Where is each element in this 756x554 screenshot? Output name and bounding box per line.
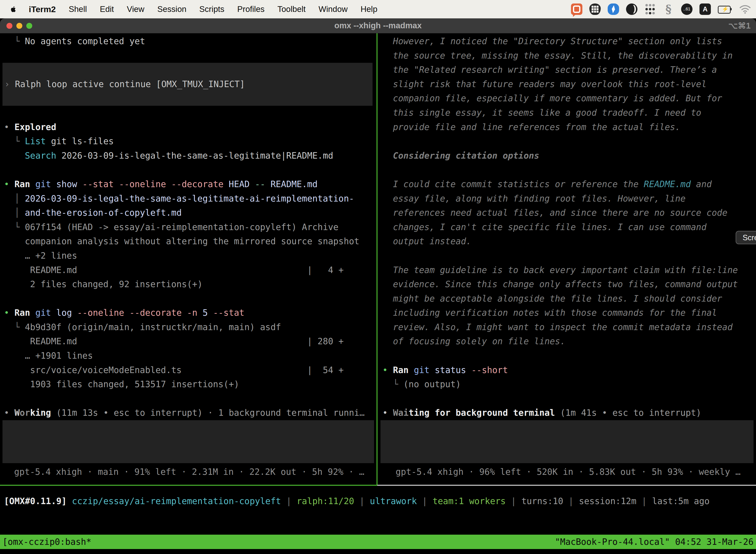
terminal-line: However, I noticed the "Directory Struct… [382, 34, 756, 49]
terminal-line: companion file, especially if more comme… [382, 91, 756, 106]
notice-panel: › Ralph loop active continue [OMX_TMUX_I… [2, 63, 373, 106]
terminal-line: • Working (11m 13s • esc to interrupt) ·… [4, 406, 377, 420]
terminal-line: … +1901 lines [4, 349, 377, 363]
terminal-line: README.md | 4 + [4, 263, 377, 277]
left-terminal-pane[interactable]: └ No agents completed yet › Ralph loop a… [0, 33, 377, 485]
menu-status-icons: § ..61 A ⚡ [571, 3, 756, 15]
terminal-blank-line [382, 163, 756, 177]
right-model-status: gpt-5.4 xhigh · 96% left · 520K in · 5.8… [396, 465, 741, 479]
terminal-blank-line [4, 49, 377, 63]
menu-item-view[interactable]: View [127, 4, 144, 14]
terminal-line: └ List git ls-files [4, 134, 377, 149]
lightning-app-icon[interactable] [608, 3, 619, 15]
wifi-icon[interactable] [739, 5, 751, 14]
window-title-bar: omx --xhigh --madmax ⌥⌘1 [0, 18, 756, 33]
terminal-line: The team guideline is to back every impo… [382, 263, 756, 277]
terminal-line: • Explored [4, 120, 377, 134]
omx-status-bar: [OMX#0.11.9] cczip/essay/ai-reimplementa… [4, 494, 710, 508]
terminal-line: provide file and line references from th… [382, 120, 756, 134]
terminal-line: might be acceptable alongside the file l… [382, 292, 756, 306]
menu-item-scripts[interactable]: Scripts [199, 4, 225, 14]
terminal-line: … +2 lines [4, 249, 377, 263]
terminal-blank-line [382, 134, 756, 149]
terminal-line: README.md | 280 + [4, 334, 377, 349]
terminal-line: the "Related research writing" section i… [382, 63, 756, 77]
terminal-blank-line [382, 392, 756, 406]
terminal-line: references need actual files, and since … [382, 206, 756, 220]
left-model-status: gpt-5.4 xhigh · main · 91% left · 2.31M … [14, 465, 364, 479]
terminal-line: including verification notes with those … [382, 306, 756, 320]
horizontal-divider-right [377, 485, 756, 486]
terminal-line: └ (no output) [382, 377, 756, 392]
crescent-icon[interactable] [626, 3, 637, 15]
terminal-line: • Ran git show --stat --oneline --decora… [4, 177, 377, 191]
terminal-line: I could cite commit statistics or refere… [382, 177, 756, 191]
menu-item-session[interactable]: Session [157, 4, 186, 14]
menu-items: ShellEditViewSessionScriptsProfilesToolb… [69, 4, 378, 14]
right-prompt-box[interactable]: › Improve documentation in @filename [380, 420, 754, 463]
terminal-line: 1903 files changed, 513517 insertions(+) [4, 377, 377, 392]
terminal-line: src/voice/voiceModeEnabled.ts | 54 + [4, 363, 377, 378]
terminal-line: │ 2026-03-09-is-legal-the-same-as-legiti… [4, 191, 377, 206]
menu-item-edit[interactable]: Edit [100, 4, 114, 14]
window-shortcut-badge: ⌥⌘1 [729, 21, 751, 31]
tmux-host-clock: "MacBook-Pro-44.local" 04:52 31-Mar-26 [555, 535, 754, 549]
terminal-line: slight risk that future readers may over… [382, 77, 756, 92]
screen-overlay-tooltip: Scre [736, 231, 756, 244]
terminal-line: │ and-the-erosion-of-copyleft.md [4, 206, 377, 220]
menu-app-name[interactable]: iTerm2 [29, 4, 56, 14]
terminal-line: of focusing solely on file lines. [382, 334, 756, 349]
terminal-line: • Ran git status --short [382, 363, 756, 378]
terminal-line: output instead. [382, 234, 756, 249]
terminal-line: companion analysis without altering the … [4, 234, 377, 249]
horizontal-divider-left [0, 485, 377, 486]
terminal-line: 2 files changed, 92 insertions(+) [4, 277, 377, 292]
shield-grid-icon[interactable] [589, 3, 601, 15]
terminal-line: evidence. Since this change only affects… [382, 277, 756, 292]
window-title: omx --xhigh --madmax [0, 21, 756, 30]
terminal-blank-line [4, 106, 377, 120]
terminal-line: Considering citation options [382, 149, 756, 163]
terminal-blank-line [382, 349, 756, 363]
terminal-blank-line [4, 163, 377, 177]
apple-menu-icon[interactable] [9, 4, 18, 14]
battery-icon[interactable]: ⚡ [718, 6, 732, 13]
left-prompt-box[interactable]: › Improve documentation in @filename [2, 420, 374, 463]
menu-item-window[interactable]: Window [318, 4, 348, 14]
terminal-blank-line [4, 292, 377, 306]
dots-grid-icon[interactable] [644, 3, 656, 15]
squiggle-icon[interactable]: § [663, 3, 674, 15]
terminal-line: changes, I can't cite specific file line… [382, 220, 756, 234]
tmux-status-bar: [omx-cczip0:bash* "MacBook-Pro-44.local"… [0, 535, 756, 549]
menu-item-toolbelt[interactable]: Toolbelt [277, 4, 306, 14]
terminal-line: the source tree, missing the essay. Stil… [382, 49, 756, 63]
menu-item-help[interactable]: Help [361, 4, 378, 14]
terminal-blank-line [382, 249, 756, 263]
terminal-line: └ No agents completed yet [4, 34, 377, 49]
menu-item-shell[interactable]: Shell [69, 4, 87, 14]
terminal-line: • Ran git log --oneline --decorate -n 5 … [4, 306, 377, 320]
terminal-blank-line [4, 392, 377, 406]
screen: { "menu_bar": { "app_name": "iTerm2", "i… [0, 0, 756, 554]
terminal-line: • Waiting for background terminal (1m 41… [382, 406, 756, 420]
terminal-line: └ 067f154 (HEAD -> essay/ai-reimplementa… [4, 220, 377, 234]
terminal-line: essay file, along with finding root file… [382, 191, 756, 206]
tmux-session-label[interactable]: [omx-cczip0:bash* [2, 535, 91, 549]
right-terminal-pane[interactable]: However, I noticed the "Directory Struct… [378, 33, 756, 485]
terminal-line: └ 4b9d30f (origin/main, instructkr/main,… [4, 320, 377, 335]
letter-a-app-icon[interactable]: A [699, 3, 711, 15]
pane-divider[interactable] [377, 33, 378, 485]
badge-61-icon[interactable]: ..61 [681, 3, 693, 15]
macos-menu-bar: iTerm2 ShellEditViewSessionScriptsProfil… [0, 0, 756, 18]
menu-item-profiles[interactable]: Profiles [237, 4, 264, 14]
terminal-line: Search 2026-03-09-is-legal-the-same-as-l… [4, 149, 377, 163]
terminal-line: review. Also, I might want to inspect th… [382, 320, 756, 335]
terminal-line: this single essay, it seems like a good … [382, 106, 756, 120]
chat-app-icon[interactable] [571, 3, 582, 15]
